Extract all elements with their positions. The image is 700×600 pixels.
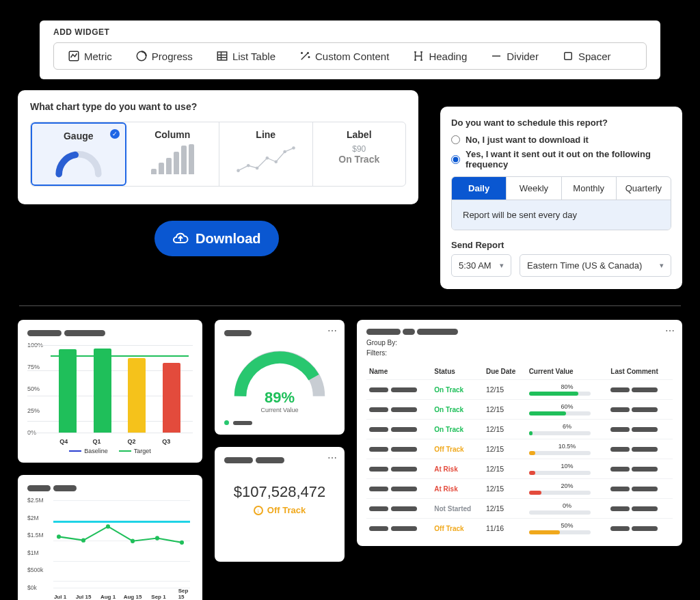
status-badge: Off Track (434, 525, 463, 532)
radio-no[interactable] (451, 135, 460, 144)
frequency-tabs: Daily Weekly Monthly Quarterly (452, 177, 671, 200)
widget-menu-icon[interactable]: ⋯ (327, 452, 338, 463)
chart-type-gauge[interactable]: ✓ Gauge (31, 122, 126, 186)
chart-type-label[interactable]: Label $90 On Track (313, 122, 406, 186)
table-row[interactable]: On Track12/156% (366, 420, 673, 439)
add-widget-title: ADD WIDGET (53, 27, 647, 37)
table-widget[interactable]: ⋯ Group By: Filters: Name Status Due Dat… (357, 320, 682, 546)
table-row[interactable]: On Track12/1580% (366, 380, 673, 400)
schedule-option-no[interactable]: No, I just want to download it (451, 135, 671, 145)
status-badge: On Track (434, 386, 463, 394)
table-row[interactable]: On Track12/1560% (366, 400, 673, 420)
metric-value: $107,528,472 (224, 483, 335, 501)
svg-rect-17 (565, 53, 572, 60)
svg-point-28 (106, 524, 110, 528)
status-badge: Not Started (434, 505, 471, 513)
svg-point-18 (237, 169, 240, 172)
groupby-label: Group By: (366, 339, 673, 346)
due-date: 12/15 (483, 380, 526, 400)
svg-point-22 (274, 160, 278, 163)
spacer-icon (562, 50, 574, 62)
gauge-widget[interactable]: ⋯ 89% Current Value (215, 320, 345, 435)
svg-point-6 (308, 53, 309, 54)
alert-icon: ↓ (254, 506, 263, 515)
table-row[interactable]: At Risk12/1520% (366, 479, 673, 499)
table-row[interactable]: Not Started12/150% (366, 499, 673, 519)
svg-point-21 (265, 156, 269, 160)
svg-point-26 (57, 534, 61, 538)
send-report-label: Send Report (451, 240, 671, 250)
column-chart-widget[interactable]: 0% 25% 50% 75% 100% Q4 Q1 Q2 Q3 Ba (18, 320, 202, 463)
send-time-select[interactable]: 5:30 AM ▾ (451, 254, 511, 277)
widget-menu-icon[interactable]: ⋯ (665, 325, 675, 336)
progress-bar (529, 431, 591, 435)
status-badge: At Risk (434, 465, 457, 473)
widget-buttons-row: Metric Progress List Table Custom Conten… (53, 42, 647, 70)
table-row[interactable]: Off Track12/1510.5% (366, 439, 673, 459)
svg-point-7 (301, 53, 303, 54)
frequency-tab-monthly[interactable]: Monthly (562, 177, 617, 200)
widget-metric-button[interactable]: Metric (58, 46, 122, 66)
column-preview-icon (131, 144, 215, 174)
radio-yes[interactable] (451, 155, 460, 164)
progress-bar (529, 451, 591, 455)
status-badge: Off Track (434, 446, 463, 453)
widget-progress-button[interactable]: Progress (126, 46, 202, 66)
progress-bar (529, 392, 591, 396)
frequency-message: Report will be sent every day (452, 200, 671, 230)
progress-bar (529, 530, 591, 534)
svg-point-31 (180, 541, 184, 545)
progress-bar (529, 471, 591, 475)
send-timezone-select[interactable]: Eastern Time (US & Canada) ▾ (520, 254, 671, 277)
schedule-option-yes[interactable]: Yes, I want it sent out it out on the fo… (451, 149, 671, 169)
widget-listtable-button[interactable]: List Table (206, 46, 285, 66)
heading-icon (412, 50, 425, 62)
widget-heading-button[interactable]: Heading (403, 46, 476, 66)
progress-icon (135, 50, 148, 62)
frequency-tab-weekly[interactable]: Weekly (507, 177, 561, 200)
svg-point-24 (292, 146, 295, 150)
data-table: Name Status Due Date Current Value Last … (366, 364, 673, 538)
divider-icon (490, 50, 502, 62)
line-chart-widget[interactable]: $0k $500k $1M $1.5M $2M $2.5M Jul 1 Jul … (18, 475, 202, 600)
due-date: 12/15 (483, 499, 526, 519)
line-preview-icon (234, 144, 297, 176)
metric-icon (68, 50, 80, 62)
svg-point-27 (81, 538, 85, 542)
svg-point-23 (283, 150, 286, 154)
frequency-box: Daily Weekly Monthly Quarterly Report wi… (451, 176, 671, 230)
chevron-down-icon: ▾ (660, 261, 664, 270)
column-chart: 0% 25% 50% 75% 100% Q4 Q1 Q2 Q3 (27, 345, 193, 446)
chart-type-line[interactable]: Line (219, 122, 313, 186)
metric-widget[interactable]: ⋯ $107,528,472 ↓ Off Track (215, 447, 345, 562)
table-row[interactable]: At Risk12/1510% (366, 459, 673, 479)
frequency-tab-daily[interactable]: Daily (452, 177, 507, 200)
frequency-tab-quarterly[interactable]: Quarterly (617, 177, 671, 200)
cloud-download-icon (172, 230, 189, 247)
svg-point-29 (131, 539, 135, 543)
chevron-down-icon: ▾ (500, 261, 504, 270)
svg-rect-2 (217, 52, 227, 60)
schedule-panel: Do you want to schedule this report? No,… (440, 107, 682, 289)
table-icon (216, 50, 228, 62)
chart-type-picker: What chart type do you want to use? ✓ Ga… (18, 90, 418, 204)
table-row[interactable]: Off Track11/1650% (366, 519, 673, 538)
due-date: 12/15 (483, 420, 526, 439)
download-button[interactable]: Download (154, 221, 279, 256)
label-preview: $90 On Track (317, 144, 402, 165)
gauge-legend (224, 420, 335, 425)
svg-point-8 (308, 57, 310, 58)
wand-icon (299, 50, 311, 62)
section-divider (19, 305, 681, 306)
widget-divider-button[interactable]: Divider (481, 46, 548, 66)
schedule-title: Do you want to schedule this report? (451, 118, 671, 128)
gauge-subtitle: Current Value (224, 407, 335, 413)
widget-menu-icon[interactable]: ⋯ (327, 325, 338, 336)
status-badge: At Risk (434, 485, 457, 493)
chart-picker-title: What chart type do you want to use? (30, 101, 406, 112)
widget-spacer-button[interactable]: Spacer (552, 46, 621, 66)
metric-status: ↓ Off Track (224, 505, 335, 515)
widget-custom-button[interactable]: Custom Content (289, 46, 399, 66)
chart-type-column[interactable]: Column (126, 122, 220, 186)
chart-type-row: ✓ Gauge Column Line (30, 122, 406, 187)
